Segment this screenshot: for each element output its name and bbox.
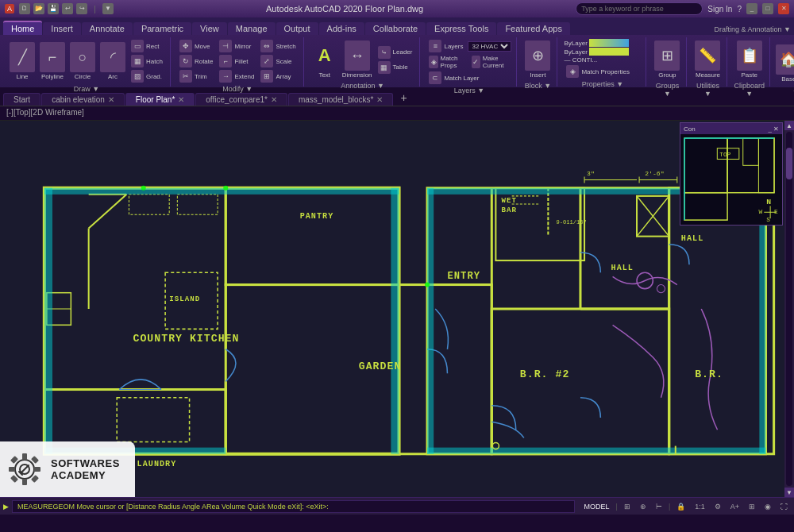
rb-make-current[interactable]: ✓Make Current — [469, 54, 512, 70]
command-line[interactable]: MEASUREGEOM Move cursor or [Distance Rad… — [12, 500, 575, 513]
svg-text:WET: WET — [501, 196, 516, 205]
rb-paste[interactable]: 📋 Paste — [735, 39, 764, 80]
status-workspace[interactable]: ⊞ — [746, 503, 758, 511]
circle-icon: ○ — [70, 42, 95, 72]
popup-close[interactable]: ✕ — [773, 125, 779, 133]
popup-minimap: N S E W TOP — [680, 134, 782, 225]
titlebar-left-icons[interactable]: A 🗋 📂 💾 ↩ ↪ | ▼ — [5, 3, 114, 14]
tab-addins[interactable]: Add-ins — [319, 22, 364, 35]
status-annotations[interactable]: A+ — [727, 503, 742, 511]
rb-matchprops[interactable]: ◈Match Properties — [564, 64, 641, 79]
rb-group[interactable]: ⊞ Group — [653, 39, 681, 80]
doctab-officecompare-close[interactable]: ✕ — [271, 95, 277, 104]
draw-group-title: Draw ▼ — [74, 85, 99, 93]
doctab-start[interactable]: Start — [3, 93, 40, 106]
drawing-area[interactable]: COUNTRY KITCHEN GARDEN PANTRY LAUNDRY EN… — [0, 121, 794, 497]
tab-collaborate[interactable]: Collaborate — [365, 22, 426, 35]
tab-expresstools[interactable]: Express Tools — [426, 22, 496, 35]
scroll-track[interactable] — [786, 132, 792, 486]
scrollbar-vertical[interactable]: ▲ ▼ — [784, 121, 794, 497]
rb-gradient[interactable]: ▨Grad. — [129, 69, 165, 83]
toolbar-icon-open[interactable]: 📂 — [33, 3, 44, 14]
popup-window: Con _ ✕ N S E W — [680, 122, 783, 226]
layer-select[interactable]: 32 HVAC — [468, 41, 511, 52]
workspace-selector[interactable]: Drafting & Annotation ▼ — [715, 25, 791, 33]
watermark-line2: ACADEMY — [51, 469, 120, 481]
signin-link[interactable]: Sign In — [707, 5, 732, 13]
svg-rect-36 — [427, 188, 434, 454]
watermark-text: SOFTWARES ACADEMY — [51, 457, 120, 481]
svg-text:PANTRY: PANTRY — [300, 212, 334, 221]
doctab-floorplan[interactable]: Floor Plan* ✕ — [125, 93, 195, 106]
svg-rect-87 — [9, 467, 15, 472]
scroll-thumb[interactable] — [786, 148, 792, 179]
status-grid-icon[interactable]: ⊞ — [621, 503, 634, 511]
ribbon-group-view: 🏠 Base ⬡ Select Mode View ▼ — [772, 37, 794, 87]
toolbar-icon-new[interactable]: 🗋 — [19, 3, 30, 14]
rb-trim[interactable]: ✂Trim — [177, 69, 216, 83]
rb-circle[interactable]: ○ Circle — [68, 40, 97, 82]
rb-polyline[interactable]: ⌐ Polyline — [38, 40, 67, 82]
rb-hatch[interactable]: ▦Hatch — [129, 54, 165, 68]
doctab-floorplan-close[interactable]: ✕ — [178, 95, 184, 104]
tab-output[interactable]: Output — [276, 22, 318, 35]
doctab-officecompare[interactable]: office_compare1* ✕ — [195, 93, 287, 106]
rb-stretch[interactable]: ⇔Stretch — [258, 39, 298, 53]
rb-dimension[interactable]: ↔ Dimension — [341, 39, 374, 80]
utilities-buttons: 📏 Measure — [693, 39, 722, 80]
rb-match-layer[interactable]: ⊂Match Layer — [426, 71, 481, 85]
rb-text[interactable]: A Text — [310, 39, 339, 80]
rb-arc[interactable]: ◜ Arc — [98, 40, 127, 82]
rb-base[interactable]: 🏠 Base — [777, 43, 794, 84]
popup-minimize[interactable]: _ — [769, 125, 772, 133]
status-ortho[interactable]: ⊢ — [653, 503, 665, 511]
rb-scale[interactable]: ⤢Scale — [258, 54, 298, 68]
doctab-massmodel[interactable]: mass_model_blocks* ✕ — [288, 93, 394, 106]
doctab-cabin[interactable]: cabin elevation ✕ — [41, 93, 125, 106]
rb-move[interactable]: ✥Move — [177, 39, 216, 53]
toolbar-icon-save[interactable]: 💾 — [48, 3, 59, 14]
rb-measure[interactable]: 📏 Measure — [693, 39, 722, 80]
minimize-btn[interactable]: _ — [746, 3, 757, 14]
rb-match-props[interactable]: ◈Match Props — [426, 54, 467, 70]
close-btn[interactable]: ✕ — [778, 3, 789, 14]
status-settings[interactable]: ⚙ — [711, 503, 724, 511]
status-snap-icon[interactable]: ⊕ — [637, 503, 649, 511]
rb-rect[interactable]: ▭Rect — [129, 39, 165, 53]
doctab-cabin-close[interactable]: ✕ — [108, 95, 114, 104]
rb-extend[interactable]: →Extend — [217, 69, 256, 83]
restore-btn[interactable]: □ — [762, 3, 773, 14]
scroll-up-btn[interactable]: ▲ — [784, 121, 794, 130]
search-input[interactable] — [576, 2, 703, 15]
rb-fillet[interactable]: ⌐Fillet — [217, 54, 256, 68]
tab-featuredapps[interactable]: Featured Apps — [497, 22, 570, 35]
rb-layers[interactable]: ≡Layers — [426, 39, 465, 53]
doctab-add[interactable]: + — [394, 90, 413, 106]
tab-manage[interactable]: Manage — [228, 22, 276, 35]
tab-parametric[interactable]: Parametric — [133, 22, 191, 35]
toolbar-icon-redo[interactable]: ↪ — [76, 3, 87, 14]
rb-table[interactable]: ▦Table — [376, 60, 415, 75]
tab-view[interactable]: View — [192, 22, 227, 35]
rb-mirror[interactable]: ⊣Mirror — [217, 39, 256, 53]
status-zoom[interactable]: 1:1 — [692, 503, 708, 511]
status-fullscreen[interactable]: ⛶ — [777, 503, 791, 511]
toolbar-icon-undo[interactable]: ↩ — [62, 3, 73, 14]
svg-rect-33 — [44, 188, 399, 195]
status-model[interactable]: MODEL — [581, 503, 613, 511]
rb-array[interactable]: ⊞Array — [258, 69, 298, 83]
rb-line[interactable]: ╱ Line — [8, 40, 37, 82]
scroll-down-btn[interactable]: ▼ — [784, 488, 794, 497]
rb-rotate[interactable]: ↻Rotate — [177, 54, 216, 68]
doctab-massmodel-close[interactable]: ✕ — [376, 95, 383, 104]
rb-insert[interactable]: ⊕ Insert — [523, 39, 552, 80]
status-lock[interactable]: 🔒 — [673, 503, 688, 511]
help-icon[interactable]: ? — [737, 5, 742, 13]
contil-label: — CONTI... — [564, 56, 641, 64]
tab-home[interactable]: Home — [3, 21, 42, 35]
tab-annotate[interactable]: Annotate — [82, 22, 133, 35]
tab-insert[interactable]: Insert — [43, 22, 81, 35]
rb-leader[interactable]: ⤷Leader — [376, 45, 415, 60]
status-isolate[interactable]: ◉ — [761, 503, 774, 511]
toolbar-icon-extra[interactable]: ▼ — [102, 3, 114, 14]
